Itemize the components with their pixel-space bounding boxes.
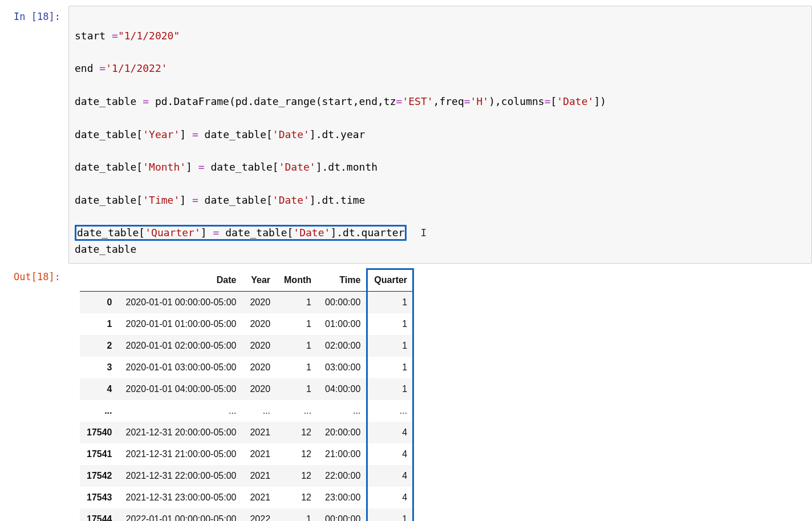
row-index: 17544 — [80, 508, 119, 521]
input-prompt: In [18]: — [0, 6, 68, 23]
col-header-quarter: Quarter — [367, 269, 414, 292]
table-row: 22020-01-01 02:00:00-05:002020102:00:001 — [80, 335, 414, 357]
row-index: 0 — [80, 291, 119, 313]
row-index: 17540 — [80, 422, 119, 443]
cell-date: 2021-12-31 23:00:00-05:00 — [119, 487, 243, 508]
cell-month: 12 — [277, 422, 318, 443]
cell-year: 2021 — [243, 465, 277, 487]
cell-month: 1 — [277, 357, 318, 378]
cell-month: 12 — [277, 465, 318, 487]
output-area: Date Year Month Time Quarter 02020-01-01… — [68, 266, 812, 521]
output-prompt: Out[18]: — [0, 266, 68, 283]
cell-month: 1 — [277, 378, 318, 400]
row-index: ... — [80, 400, 119, 422]
cell-quarter: 1 — [367, 378, 414, 400]
cell-date: 2020-01-01 01:00:00-05:00 — [119, 313, 243, 335]
cell-month: 1 — [277, 313, 318, 335]
notebook-output-cell: Out[18]: Date Year Month Time Quarter 02… — [0, 266, 812, 521]
cell-month: 1 — [277, 335, 318, 357]
cell-month: 12 — [277, 487, 318, 508]
cell-year: 2021 — [243, 487, 277, 508]
text-cursor-icon: I — [420, 225, 427, 241]
cell-time: 22:00:00 — [318, 465, 367, 487]
row-index: 17543 — [80, 487, 119, 508]
cell-time: 01:00:00 — [318, 313, 367, 335]
cell-date: 2021-12-31 21:00:00-05:00 — [119, 443, 243, 465]
cell-quarter: 1 — [367, 291, 414, 313]
row-index: 17542 — [80, 465, 119, 487]
col-header-date: Date — [119, 269, 243, 292]
cell-year: 2020 — [243, 291, 277, 313]
cell-quarter: 1 — [367, 508, 414, 521]
cell-quarter: 1 — [367, 313, 414, 335]
cell-quarter: ... — [367, 400, 414, 422]
table-row: 12020-01-01 01:00:00-05:002020101:00:001 — [80, 313, 414, 335]
cell-year: 2021 — [243, 443, 277, 465]
table-row: 175412021-12-31 21:00:00-05:0020211221:0… — [80, 443, 414, 465]
code-input-area[interactable]: start ="1/1/2020" end ='1/1/2022' date_t… — [68, 6, 812, 264]
table-header-row: Date Year Month Time Quarter — [80, 269, 414, 292]
col-header-year: Year — [243, 269, 277, 292]
table-row: 42020-01-01 04:00:00-05:002020104:00:001 — [80, 378, 414, 400]
table-row: 175422021-12-31 22:00:00-05:0020211222:0… — [80, 465, 414, 487]
highlighted-code-line: date_table['Quarter'] = date_table['Date… — [75, 225, 407, 241]
cell-year: 2020 — [243, 357, 277, 378]
cell-date: 2020-01-01 03:00:00-05:00 — [119, 357, 243, 378]
cell-quarter: 1 — [367, 357, 414, 378]
table-row: 175402021-12-31 20:00:00-05:0020211220:0… — [80, 422, 414, 443]
cell-time: 02:00:00 — [318, 335, 367, 357]
col-header-time: Time — [318, 269, 367, 292]
cell-quarter: 4 — [367, 465, 414, 487]
cell-quarter: 4 — [367, 443, 414, 465]
cell-date: 2020-01-01 02:00:00-05:00 — [119, 335, 243, 357]
row-index: 1 — [80, 313, 119, 335]
cell-date: 2022-01-01 00:00:00-05:00 — [119, 508, 243, 521]
cell-year: ... — [243, 400, 277, 422]
cell-time: 21:00:00 — [318, 443, 367, 465]
cell-year: 2020 — [243, 313, 277, 335]
row-index: 3 — [80, 357, 119, 378]
table-row: .................. — [80, 400, 414, 422]
dataframe-table: Date Year Month Time Quarter 02020-01-01… — [80, 269, 414, 521]
table-row: 175432021-12-31 23:00:00-05:0020211223:0… — [80, 487, 414, 508]
cell-time: 20:00:00 — [318, 422, 367, 443]
cell-date: 2021-12-31 20:00:00-05:00 — [119, 422, 243, 443]
cell-month: 1 — [277, 508, 318, 521]
row-index: 4 — [80, 378, 119, 400]
cell-date: 2020-01-01 04:00:00-05:00 — [119, 378, 243, 400]
cell-year: 2020 — [243, 378, 277, 400]
cell-time: 00:00:00 — [318, 508, 367, 521]
cell-date: ... — [119, 400, 243, 422]
cell-month: ... — [277, 400, 318, 422]
cell-year: 2022 — [243, 508, 277, 521]
cell-quarter: 4 — [367, 422, 414, 443]
col-header-month: Month — [277, 269, 318, 292]
row-index: 17541 — [80, 443, 119, 465]
table-row: 175442022-01-01 00:00:00-05:002022100:00… — [80, 508, 414, 521]
cell-quarter: 4 — [367, 487, 414, 508]
table-row: 02020-01-01 00:00:00-05:002020100:00:001 — [80, 291, 414, 313]
cell-year: 2020 — [243, 335, 277, 357]
cell-month: 12 — [277, 443, 318, 465]
table-row: 32020-01-01 03:00:00-05:002020103:00:001 — [80, 357, 414, 378]
row-index: 2 — [80, 335, 119, 357]
cell-quarter: 1 — [367, 335, 414, 357]
cell-year: 2021 — [243, 422, 277, 443]
cell-time: 00:00:00 — [318, 291, 367, 313]
cell-time: 23:00:00 — [318, 487, 367, 508]
cell-date: 2021-12-31 22:00:00-05:00 — [119, 465, 243, 487]
cell-month: 1 — [277, 291, 318, 313]
cell-time: 03:00:00 — [318, 357, 367, 378]
col-header-index — [80, 269, 119, 292]
notebook-input-cell: In [18]: start ="1/1/2020" end ='1/1/202… — [0, 6, 812, 264]
cell-time: ... — [318, 400, 367, 422]
cell-time: 04:00:00 — [318, 378, 367, 400]
cell-date: 2020-01-01 00:00:00-05:00 — [119, 291, 243, 313]
